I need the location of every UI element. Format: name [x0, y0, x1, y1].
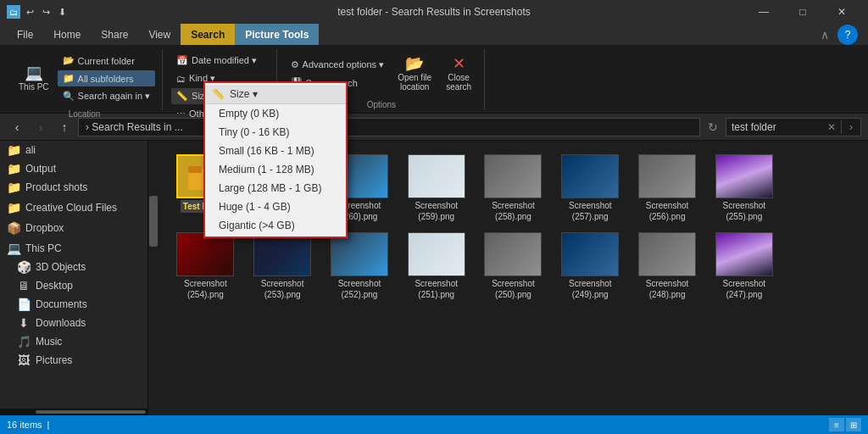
file-s255[interactable]: Screenshot(255).png — [707, 151, 781, 225]
ribbon-toggle[interactable]: ∧ — [815, 25, 834, 45]
sidebar-item-ali[interactable]: 📁 ali — [0, 141, 147, 159]
main-content: 📁 ali 📁 Output 📁 Product shots 📁 Creativ… — [0, 141, 868, 415]
ribbon-tabs: File Home Share View Search Picture Tool… — [0, 24, 868, 46]
file-s250[interactable]: Screenshot(250).png — [476, 229, 550, 303]
redo-btn[interactable]: ↪ — [40, 5, 53, 19]
quick-access-toolbar: ↩ ↪ ⬇ — [24, 5, 69, 19]
current-folder-label: Current folder — [78, 56, 135, 66]
open-file-location-button[interactable]: 📂 Open filelocation — [392, 53, 437, 95]
scroll-thumb[interactable] — [149, 196, 158, 247]
label-s251: Screenshot(251).png — [415, 278, 458, 300]
forward-button[interactable]: › — [31, 117, 51, 137]
search-submit-button[interactable]: › — [842, 118, 860, 136]
close-button[interactable]: ✕ — [822, 0, 861, 24]
sidebar-label-this-pc: This PC — [25, 242, 62, 254]
this-pc-label: This PC — [19, 82, 49, 92]
file-s248[interactable]: Screenshot(248).png — [631, 229, 704, 303]
open-location-icon: 📂 — [405, 56, 424, 71]
size-empty[interactable]: Empty (0 KB) — [205, 104, 346, 123]
tab-picture-tools[interactable]: Picture Tools — [235, 24, 319, 45]
list-view-btn[interactable]: ≡ — [829, 418, 844, 431]
tab-search[interactable]: Search — [181, 24, 235, 45]
file-s258[interactable]: Screenshot(258).png — [476, 151, 550, 225]
status-right: ≡ ⊞ — [829, 418, 861, 431]
location-label: Location — [69, 109, 101, 119]
clear-search-button[interactable]: ✕ — [822, 118, 841, 136]
sidebar-label-3d: 3D Objects — [36, 261, 86, 273]
label-s259: Screenshot(259).png — [415, 200, 458, 222]
file-s251[interactable]: Screenshot(251).png — [399, 229, 473, 303]
size-icon: 📏 — [176, 91, 188, 102]
file-s253[interactable]: Screenshot(253).png — [246, 229, 320, 303]
down-btn[interactable]: ⬇ — [56, 5, 69, 19]
sidebar: 📁 ali 📁 Output 📁 Product shots 📁 Creativ… — [0, 141, 148, 415]
sidebar-item-3d-objects[interactable]: 🎲 3D Objects — [0, 258, 147, 276]
tab-file[interactable]: File — [7, 24, 43, 45]
grid-view-btn[interactable]: ⊞ — [846, 418, 861, 431]
location-buttons: 💻 This PC 📂 Current folder 📁 All subfold… — [14, 49, 155, 108]
app-icon: 🗂 — [7, 5, 20, 19]
date-modified-label: Date modified ▾ — [192, 55, 257, 66]
size-medium[interactable]: Medium (1 - 128 MB) — [205, 160, 346, 179]
back-button[interactable]: ‹ — [7, 117, 27, 137]
sidebar-item-creative-cloud[interactable]: 📁 Creative Cloud Files — [0, 198, 147, 217]
search-input[interactable] — [726, 121, 822, 133]
size-huge[interactable]: Huge (1 - 4 GB) — [205, 198, 346, 216]
file-s247[interactable]: Screenshot(247).png — [707, 229, 781, 303]
file-s257[interactable]: Screenshot(257).png — [554, 151, 627, 225]
size-tiny[interactable]: Tiny (0 - 16 KB) — [205, 123, 346, 142]
sidebar-item-output[interactable]: 📁 Output — [0, 159, 147, 178]
file-s254[interactable]: Screenshot(254).png — [169, 229, 242, 303]
adv-icon: ⚙ — [291, 59, 299, 70]
status-separator: | — [47, 420, 50, 430]
dropdown-header[interactable]: 📏 Size ▾ — [205, 85, 346, 104]
maximize-button[interactable]: □ — [783, 0, 822, 24]
sidebar-label-pictures: Pictures — [36, 354, 72, 366]
status-bar: 16 items | ≡ ⊞ — [0, 415, 868, 434]
refresh-button[interactable]: ↻ — [704, 118, 722, 136]
help-button[interactable]: ? — [837, 25, 858, 45]
tab-view[interactable]: View — [138, 24, 181, 45]
sidebar-item-desktop[interactable]: 🖥 Desktop — [0, 276, 147, 295]
size-gigantic[interactable]: Gigantic (>4 GB) — [205, 216, 346, 235]
date-modified-button[interactable]: 📅 Date modified ▾ — [171, 53, 270, 69]
search-again-button[interactable]: 🔍 Search again in ▾ — [58, 88, 156, 104]
sidebar-item-dropbox[interactable]: 📦 Dropbox — [0, 219, 147, 237]
thumb-s252 — [331, 232, 388, 276]
ribbon-content: 💻 This PC 📂 Current folder 📁 All subfold… — [0, 46, 868, 114]
minimize-button[interactable]: — — [744, 0, 783, 24]
size-icon-header: 📏 — [212, 88, 225, 100]
up-button[interactable]: ↑ — [54, 117, 75, 137]
tab-home[interactable]: Home — [43, 24, 91, 45]
sidebar-item-product-shots[interactable]: 📁 Product shots — [0, 178, 147, 197]
item-count: 16 items — [7, 420, 42, 430]
file-s259[interactable]: Screenshot(259).png — [399, 151, 473, 225]
sidebar-item-music[interactable]: 🎵 Music — [0, 332, 147, 351]
sidebar-item-pictures[interactable]: 🖼 Pictures — [0, 351, 147, 370]
thumb-s251 — [408, 232, 465, 276]
documents-icon: 📄 — [17, 298, 31, 311]
undo-btn[interactable]: ↩ — [24, 5, 36, 19]
current-folder-button[interactable]: 📂 Current folder — [58, 53, 156, 69]
size-large[interactable]: Large (128 MB - 1 GB) — [205, 179, 346, 198]
this-pc-button[interactable]: 💻 This PC — [14, 62, 54, 95]
view-toggle: ≡ ⊞ — [829, 418, 861, 431]
tab-share[interactable]: Share — [91, 24, 138, 45]
dropbox-icon: 📦 — [7, 221, 20, 235]
file-s256[interactable]: Screenshot(256).png — [631, 151, 704, 225]
sidebar-item-this-pc[interactable]: 💻 This PC — [0, 239, 147, 258]
sidebar-label-music: Music — [36, 336, 62, 348]
close-search-button[interactable]: ✕ Closesearch — [440, 53, 477, 95]
all-subfolders-button[interactable]: 📁 All subfolders — [58, 70, 156, 86]
close-search-icon: ✕ — [453, 56, 465, 71]
thumb-s250 — [484, 232, 542, 276]
size-small[interactable]: Small (16 KB - 1 MB) — [205, 142, 346, 160]
window-controls: — □ ✕ — [744, 0, 861, 24]
pc-icon: 💻 — [25, 65, 43, 81]
file-s249[interactable]: Screenshot(249).png — [554, 229, 627, 303]
sidebar-item-documents[interactable]: 📄 Documents — [0, 295, 147, 314]
advanced-options-button[interactable]: ⚙ Advanced options ▾ — [286, 57, 390, 73]
sidebar-item-downloads[interactable]: ⬇ Downloads — [0, 314, 147, 332]
file-s252[interactable]: Screenshot(252).png — [323, 229, 397, 303]
sidebar-scrollbar[interactable] — [148, 141, 159, 415]
